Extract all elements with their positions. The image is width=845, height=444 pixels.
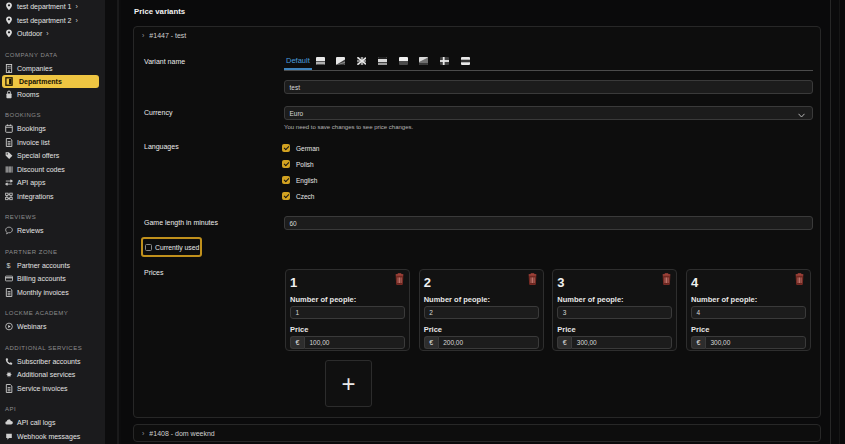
svg-text:$: $ xyxy=(6,261,10,270)
